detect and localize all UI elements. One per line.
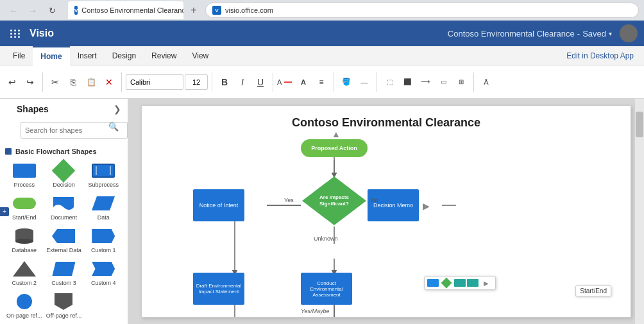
mini-tb-shape2[interactable] (440, 278, 453, 288)
tab-home[interactable]: Home (33, 46, 69, 65)
ribbon-content: ↩ ↪ ✂ ⎘ 📋 ✕ B I U A A ≡ 🪣 — ⬚ ⬛ ⟶ ▭ ⊞ Ā (0, 65, 644, 99)
font-name-selector[interactable] (126, 74, 183, 90)
shape-item-document[interactable]: Document (45, 192, 83, 223)
underline-button[interactable]: U (252, 74, 269, 90)
shape-item-subprocess[interactable]: Subprocess (84, 159, 123, 191)
shape-item-extdata[interactable]: External Data (45, 225, 83, 256)
shape-icon-process (12, 162, 37, 180)
forward-button[interactable]: → (24, 2, 41, 19)
category-label: Basic Flowchart Shapes (15, 148, 97, 155)
tab-insert[interactable]: Insert (70, 46, 105, 65)
shape-category: Basic Flowchart Shapes (0, 144, 128, 157)
flowchart-title: Contoso Environmental Clearance (142, 106, 631, 130)
mini-tb-shape4[interactable] (467, 279, 479, 287)
shape-label-custom1: Custom 1 (91, 247, 116, 253)
proposed-action-shape[interactable]: Proposed Action (301, 139, 368, 157)
mini-toolbar[interactable]: ▶ (424, 276, 496, 290)
draft-eis-shape[interactable]: Draft Environmental Impact Statement (193, 273, 244, 305)
vertical-scrollbar[interactable] (635, 99, 644, 324)
browser-tab[interactable]: V Contoso Environmental Clearanc... × (68, 1, 183, 19)
container-button[interactable]: ▭ (435, 74, 452, 90)
tab-view[interactable]: View (184, 46, 216, 65)
font-color-button[interactable]: A (277, 74, 294, 90)
refresh-button[interactable]: ↻ (44, 2, 60, 19)
are-impacts-shape[interactable]: Are Impacts Significant? (301, 175, 368, 226)
tab-bar: V Contoso Environmental Clearanc... × + (68, 0, 201, 21)
mini-tb-shape3[interactable] (454, 279, 466, 287)
shape-label-custom2: Custom 2 (12, 280, 37, 286)
back-button[interactable]: ← (5, 2, 22, 19)
tab-design[interactable]: Design (105, 46, 144, 65)
tab-review[interactable]: Review (144, 46, 184, 65)
shape-item-startend[interactable]: Start/End (5, 192, 44, 223)
sidebar-close-button[interactable]: ❯ (114, 104, 121, 114)
ribbon-sep-4 (273, 72, 273, 92)
delete-button[interactable]: ✕ (101, 74, 117, 90)
app-launcher-button[interactable] (6, 24, 24, 42)
saved-status: Saved (582, 29, 606, 38)
edit-desktop-button[interactable]: Edit in Desktop App (561, 50, 639, 62)
shape-item-database[interactable]: Database (5, 225, 44, 256)
notice-intent-shape[interactable]: Notice of Intent (193, 189, 244, 221)
user-avatar[interactable] (620, 24, 638, 42)
text-format-button[interactable]: Ā (478, 74, 495, 90)
font-size-input[interactable] (185, 74, 208, 90)
canvas-area[interactable]: Contoso Environmental Clearance (128, 99, 644, 324)
undo-button[interactable]: ↩ (4, 74, 21, 90)
bold-button[interactable]: B (216, 74, 233, 90)
ribbon-tabs: File Home Insert Design Review View Edit… (0, 46, 644, 65)
conduct-ea-label: Conduct Environmental Assessment (301, 273, 352, 305)
flowchart: Contoso Environmental Clearance (142, 106, 631, 317)
document-title: Contoso Environmental Clearance (448, 29, 575, 38)
shape-icon-custom4 (90, 260, 116, 278)
shape-icon-subprocess (90, 162, 116, 180)
address-bar[interactable]: V visio.office.com (205, 3, 639, 18)
arrange-button[interactable]: ⬚ (381, 74, 398, 90)
mini-tb-shape1[interactable] (427, 279, 439, 287)
shape-icon-custom1 (90, 227, 116, 245)
cut-button[interactable]: ✂ (47, 74, 64, 90)
shape-item-decision[interactable]: Decision (45, 159, 83, 191)
shape-label-extdata: External Data (46, 247, 81, 253)
search-icon: 🔍 (108, 122, 119, 132)
highlight-button[interactable]: A (295, 74, 312, 90)
ribbon-sep-1 (42, 72, 43, 92)
italic-button[interactable]: I (234, 74, 251, 90)
shape-item-process[interactable]: Process (5, 159, 44, 191)
draft-eis-label: Draft Environmental Impact Statement (193, 273, 244, 305)
svg-marker-5 (13, 261, 36, 277)
decision-memo-shape[interactable]: Decision Memo (368, 189, 419, 221)
shape-item-custom4[interactable]: Custom 4 (84, 257, 123, 289)
canvas-page[interactable]: Contoso Environmental Clearance (141, 105, 631, 318)
up-arrow-indicator: ▲ (332, 129, 341, 139)
shape-item-onpage[interactable]: On-page ref... (5, 290, 44, 321)
shape-label-onpage: On-page ref... (6, 312, 42, 319)
shape-item-custom2[interactable]: Custom 2 (5, 257, 44, 289)
paste-button[interactable]: 📋 (83, 74, 99, 90)
diagram-button[interactable]: ⊞ (453, 74, 470, 90)
shape-item-custom1[interactable]: Custom 1 (84, 225, 123, 256)
new-tab-button[interactable]: + (186, 3, 201, 18)
dropdown-arrow-icon[interactable]: ▾ (609, 30, 612, 37)
align-button[interactable]: ≡ (313, 74, 330, 90)
mini-tb-right-arrow[interactable]: ▶ (480, 278, 493, 288)
line-color-button[interactable]: — (356, 74, 373, 90)
conduct-ea-shape[interactable]: Conduct Environmental Assessment (301, 273, 352, 305)
main-layout: + Shapes ❯ 🔍 Basic Flowchart Shapes Proc… (0, 99, 644, 324)
doc-status: - (577, 29, 580, 38)
grid-icon (10, 30, 21, 38)
scroll-thumb[interactable] (636, 112, 643, 137)
shape-item-custom3[interactable]: Custom 3 (45, 257, 83, 289)
fill-color-button[interactable]: 🪣 (338, 74, 355, 90)
add-shapes-button[interactable]: + (0, 207, 9, 216)
connect-button[interactable]: ⟶ (417, 74, 434, 90)
app-title-bar: Visio Contoso Environmental Clearance - … (0, 21, 644, 46)
shape-item-offpage[interactable]: Off-page ref... (45, 290, 83, 321)
unknown-label: Unknown (314, 235, 338, 242)
redo-button[interactable]: ↪ (22, 74, 38, 90)
shape-label-startend: Start/End (12, 214, 37, 221)
tab-file[interactable]: File (5, 46, 33, 65)
group-button[interactable]: ⬛ (399, 74, 416, 90)
shape-item-data[interactable]: Data (84, 192, 123, 223)
copy-button[interactable]: ⎘ (65, 74, 81, 90)
